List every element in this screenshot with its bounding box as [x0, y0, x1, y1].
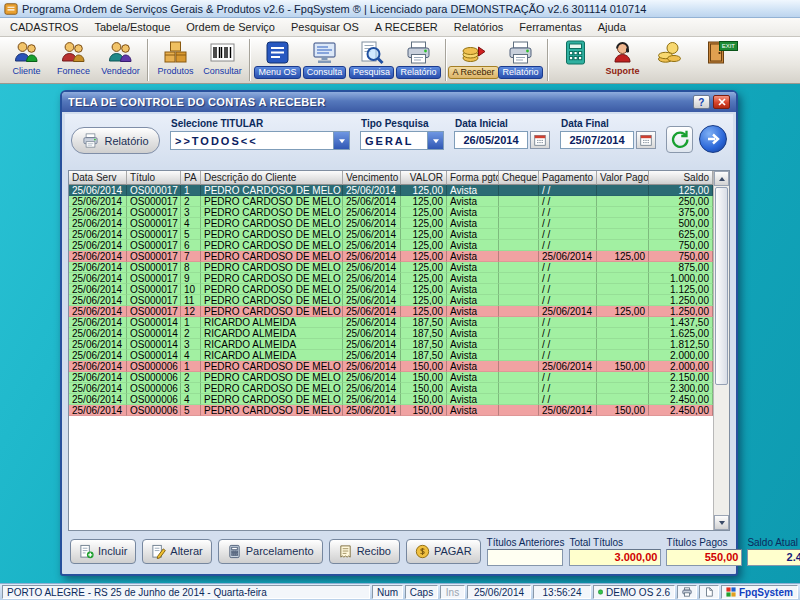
toolbar-label: A Receber: [448, 66, 498, 79]
table-row[interactable]: 25/06/2014OS0000174PEDRO CARDOSO DE MELO…: [69, 218, 713, 229]
menu-item-2[interactable]: Ordem de Serviço: [178, 19, 283, 35]
table-row[interactable]: 25/06/2014OS00001712PEDRO CARDOSO DE MEL…: [69, 306, 713, 317]
table-row[interactable]: 25/06/2014OS0000175PEDRO CARDOSO DE MELO…: [69, 229, 713, 240]
toolbar-barcode[interactable]: Consultar: [199, 38, 246, 77]
toolbar-clients[interactable]: Cliente: [3, 38, 50, 77]
cell: 25/06/2014: [343, 196, 401, 207]
table-row[interactable]: 25/06/2014OS0000178PEDRO CARDOSO DE MELO…: [69, 262, 713, 273]
status-page-panel[interactable]: [699, 585, 719, 599]
go-button[interactable]: [699, 125, 727, 153]
vertical-scrollbar[interactable]: [713, 171, 729, 530]
cell: Avista: [447, 394, 499, 405]
incluir-button[interactable]: Incluir: [70, 539, 136, 564]
cell: 25/06/2014: [539, 306, 597, 317]
toolbar-printer[interactable]: Relatório: [395, 38, 442, 79]
refresh-button[interactable]: [666, 126, 693, 153]
menu-item-6[interactable]: Ferramentas: [511, 19, 589, 35]
menu-item-0[interactable]: CADASTROS: [2, 19, 86, 35]
cell: 25/06/2014: [343, 328, 401, 339]
tipo-dropdown-button[interactable]: [427, 132, 443, 149]
receipt-icon: [338, 544, 353, 559]
alterar-button[interactable]: Alterar: [142, 539, 211, 564]
table-row[interactable]: 25/06/2014OS0000062PEDRO CARDOSO DE MELO…: [69, 372, 713, 383]
table-row[interactable]: 25/06/2014OS0000141RICARDO ALMEIDA25/06/…: [69, 317, 713, 328]
cell: 11: [181, 295, 201, 306]
table-row[interactable]: 25/06/2014OS0000142RICARDO ALMEIDA25/06/…: [69, 328, 713, 339]
cell: / /: [539, 383, 597, 394]
dialog-close-button[interactable]: [713, 95, 730, 109]
cell: [597, 372, 649, 383]
cell: / /: [539, 229, 597, 240]
status-printer-panel[interactable]: [677, 585, 697, 599]
table-row[interactable]: 25/06/2014OS0000172PEDRO CARDOSO DE MELO…: [69, 196, 713, 207]
data-final-calendar-button[interactable]: [636, 131, 656, 149]
toolbar-menu-os[interactable]: Menu OS: [254, 38, 301, 79]
cell: 375,00: [649, 207, 713, 218]
titular-combobox[interactable]: >>TODOS<<: [170, 131, 350, 150]
menu-item-3[interactable]: Pesquisar OS: [283, 19, 367, 35]
toolbar-coins[interactable]: [646, 38, 693, 66]
data-inicial-calendar-button[interactable]: [530, 131, 550, 149]
cell: OS000017: [127, 273, 181, 284]
menu-item-4[interactable]: A RECEBER: [367, 19, 446, 35]
parcelamento-button[interactable]: Parcelamento: [218, 539, 323, 564]
data-inicial-field[interactable]: 26/05/2014: [454, 131, 528, 149]
scrollbar-thumb[interactable]: [715, 187, 728, 385]
app-titlebar[interactable]: Programa Ordem de Serviços Gerais & Prod…: [0, 0, 800, 18]
table-row[interactable]: 25/06/2014OS0000065PEDRO CARDOSO DE MELO…: [69, 405, 713, 416]
toolbar-exit-door[interactable]: EXIT: [693, 38, 740, 66]
table-row[interactable]: 25/06/2014OS0000143RICARDO ALMEIDA25/06/…: [69, 339, 713, 350]
toolbar-products[interactable]: Produtos: [152, 38, 199, 77]
tipo-pesquisa-combobox[interactable]: GERAL: [360, 131, 444, 150]
table-row[interactable]: 25/06/2014OS0000177PEDRO CARDOSO DE MELO…: [69, 251, 713, 262]
menu-item-1[interactable]: Tabela/Estoque: [86, 19, 178, 35]
add-icon: [79, 544, 94, 559]
table-row[interactable]: 25/06/2014OS0000171PEDRO CARDOSO DE MELO…: [69, 185, 713, 196]
cell: [597, 273, 649, 284]
toolbar-label: EXIT: [719, 41, 738, 51]
toolbar-suppliers[interactable]: Fornece: [50, 38, 97, 77]
toolbar-label: Relatório: [396, 66, 440, 79]
table-row[interactable]: 25/06/2014OS0000179PEDRO CARDOSO DE MELO…: [69, 273, 713, 284]
toolbar-printer[interactable]: Relatório: [497, 38, 544, 79]
dialog-help-button[interactable]: ?: [693, 95, 710, 109]
toolbar-support[interactable]: Suporte: [599, 38, 646, 77]
cell: OS000017: [127, 284, 181, 295]
toolbar-monitor[interactable]: Consulta: [301, 38, 348, 79]
cell: 125,00: [649, 185, 713, 196]
table-row[interactable]: 25/06/2014OS00001711PEDRO CARDOSO DE MEL…: [69, 295, 713, 306]
column-header: Forma pgto: [447, 171, 499, 185]
scroll-down-button[interactable]: [714, 515, 729, 530]
cell: 125,00: [401, 196, 447, 207]
right-arrow-icon: [705, 131, 721, 147]
table-row[interactable]: 25/06/2014OS00001710PEDRO CARDOSO DE MEL…: [69, 284, 713, 295]
menu-item-7[interactable]: Ajuda: [590, 19, 634, 35]
cell: 125,00: [401, 251, 447, 262]
tipo-pesquisa-group: Tipo Pesquisa GERAL: [360, 117, 444, 150]
toolbar-calculator[interactable]: [552, 38, 599, 66]
cell: 25/06/2014: [343, 317, 401, 328]
toolbar-sellers[interactable]: Vendedor: [97, 38, 144, 77]
menu-item-5[interactable]: Relatórios: [446, 19, 512, 35]
table-row[interactable]: 25/06/2014OS0000061PEDRO CARDOSO DE MELO…: [69, 361, 713, 372]
table-row[interactable]: 25/06/2014OS0000063PEDRO CARDOSO DE MELO…: [69, 383, 713, 394]
recibo-button[interactable]: Recibo: [329, 539, 400, 564]
monitor-icon: [311, 39, 338, 66]
titular-dropdown-button[interactable]: [333, 132, 349, 149]
toolbar-receivables[interactable]: A Receber: [450, 38, 497, 79]
table-row[interactable]: 25/06/2014OS0000173PEDRO CARDOSO DE MELO…: [69, 207, 713, 218]
dialog-titlebar[interactable]: TELA DE CONTROLE DO CONTAS A RECEBER ?: [62, 92, 736, 112]
table-row[interactable]: 25/06/2014OS0000176PEDRO CARDOSO DE MELO…: [69, 240, 713, 251]
column-header: Descrição do Cliente: [201, 171, 343, 185]
scroll-up-button[interactable]: [714, 171, 729, 186]
report-button[interactable]: Relatório: [71, 127, 160, 154]
table-row[interactable]: 25/06/2014OS0000144RICARDO ALMEIDA25/06/…: [69, 350, 713, 361]
data-final-field[interactable]: 25/07/2014: [560, 131, 634, 149]
cell: OS000014: [127, 350, 181, 361]
cell: [499, 196, 539, 207]
status-brand-label: FpqSystem: [739, 587, 793, 598]
pagar-button[interactable]: PAGAR: [406, 539, 481, 564]
toolbar-search[interactable]: Pesquisa: [348, 38, 395, 79]
cell: [597, 196, 649, 207]
table-row[interactable]: 25/06/2014OS0000064PEDRO CARDOSO DE MELO…: [69, 394, 713, 405]
